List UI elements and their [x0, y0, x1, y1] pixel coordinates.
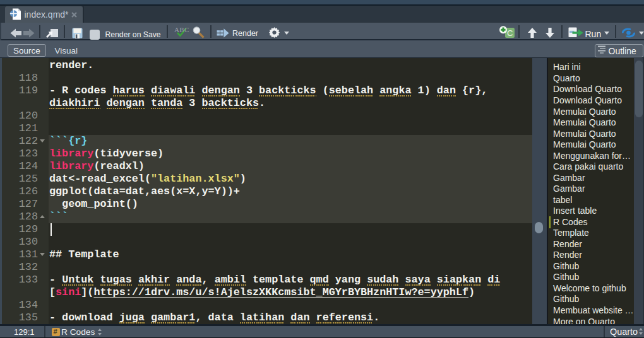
svg-text:C: C — [507, 28, 513, 38]
